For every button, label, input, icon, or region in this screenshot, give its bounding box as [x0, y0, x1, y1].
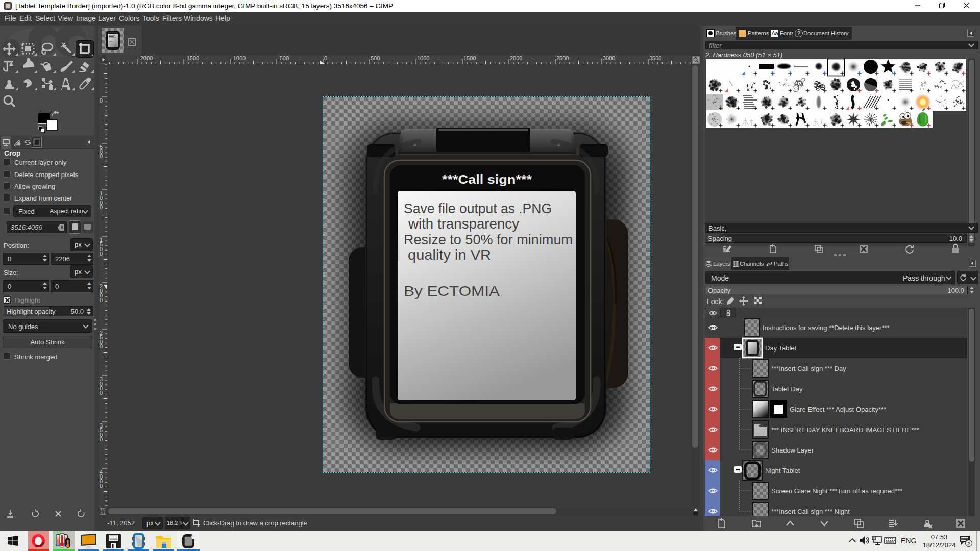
svg-text:2000: 2000: [510, 55, 522, 61]
svg-text:1500: 1500: [463, 55, 476, 61]
svg-text:***Insert Call sign *** Day: ***Insert Call sign *** Day: [771, 365, 846, 372]
svg-text:3500: 3500: [649, 55, 662, 61]
svg-text:quality in VR: quality in VR: [408, 247, 491, 263]
svg-text:Glare Effect *** Adjust Opacit: Glare Effect *** Adjust Opacity***: [790, 406, 886, 413]
svg-text:Screen Glare Night ***Turn off: Screen Glare Night ***Turn off as requir…: [771, 487, 902, 495]
svg-text:0: 0: [324, 55, 327, 61]
svg-text:2500: 2500: [556, 55, 569, 61]
svg-text:-500: -500: [278, 55, 289, 61]
svg-text:***Insert Call sign *** Night: ***Insert Call sign *** Night: [771, 508, 850, 515]
svg-text:with transparency: with transparency: [408, 216, 519, 232]
svg-text:Shadow Layer: Shadow Layer: [771, 446, 814, 454]
svg-text:2: 2: [967, 541, 970, 546]
svg-text:0: 0: [100, 204, 103, 210]
svg-text:-2000: -2000: [138, 55, 153, 61]
svg-text:*** INSERT DAY KNEEBOARD IMAGE: *** INSERT DAY KNEEBOARD IMAGES HERE***: [771, 426, 919, 434]
svg-text:3000: 3000: [603, 55, 615, 61]
svg-text:0: 0: [100, 436, 103, 442]
svg-text:0: 0: [100, 97, 103, 104]
svg-text:0: 0: [100, 390, 103, 396]
svg-text:Instructions for saving **Dele: Instructions for saving **Delete this la…: [763, 324, 890, 332]
svg-text:1000: 1000: [417, 55, 429, 61]
svg-text:0: 0: [100, 297, 103, 303]
svg-text:***Call sign***: ***Call sign***: [442, 173, 532, 186]
svg-text:0: 0: [100, 343, 103, 349]
svg-text:By ECTOMIA: By ECTOMIA: [404, 283, 500, 299]
svg-text:500: 500: [371, 55, 380, 61]
svg-text:Save file output as .PNG: Save file output as .PNG: [404, 201, 552, 216]
svg-text:Night Tablet: Night Tablet: [765, 467, 800, 474]
svg-text:0: 0: [100, 153, 103, 159]
svg-text:Tablet Day: Tablet Day: [771, 385, 803, 393]
svg-text:-1500: -1500: [185, 55, 199, 61]
svg-text:Resize to 50% for minimum: Resize to 50% for minimum: [404, 232, 573, 247]
svg-text:0: 0: [100, 251, 103, 257]
svg-text:-1000: -1000: [231, 55, 246, 61]
svg-text:0: 0: [100, 483, 103, 489]
svg-text:Day Tablet: Day Tablet: [765, 344, 797, 352]
